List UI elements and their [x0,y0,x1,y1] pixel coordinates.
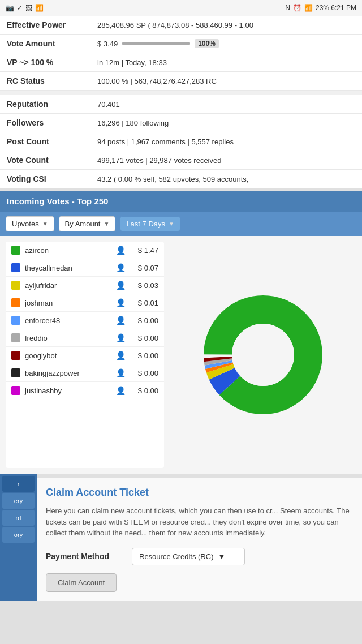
post-count-label: Post Count [7,137,97,146]
vote-bar-fill [122,42,190,45]
voter-amount: $ 0.00 [130,351,158,360]
sortby-dropdown-label: By Amount [65,220,101,228]
vp-value: in 12m | Today, 18:33 [97,58,355,67]
voting-csi-value: 43.2 ( 0.00 % self, 582 upvotes, 509 acc… [97,175,355,183]
stats-row-reputation: Reputation 70.401 [0,95,362,114]
network-icon: N [285,4,290,12]
voter-name: googlybot [25,351,111,360]
vote-list-item[interactable]: googlybot 👤 $ 0.00 [6,347,164,364]
donut-chart [201,293,325,417]
vote-count-label: Vote Count [7,156,97,165]
voter-profile-icon: 👤 [116,246,126,255]
post-count-value: 94 posts | 1,967 comments | 5,557 replie… [97,138,355,146]
voter-name: bakingjazzpower [25,369,111,377]
period-dropdown-label: Last 7 Days [126,220,165,228]
vote-color-swatch [11,333,20,342]
reputation-value: 70.401 [97,100,355,109]
voter-amount: $ 0.00 [130,369,158,377]
filter-dropdown-label: Upvotes [12,220,39,228]
vote-amount-number: $ 3.49 [97,40,118,48]
vote-list-item[interactable]: theycallmedan 👤 $ 0.07 [6,259,164,277]
sidebar-btn-ory[interactable]: ory [2,527,35,543]
voter-amount: $ 0.01 [130,299,158,307]
voter-name: joshman [25,299,111,307]
vote-list-item[interactable]: joshman 👤 $ 0.01 [6,294,164,312]
stats-row-effective-power: Effective Power 285,408.96 SP ( 874,873.… [0,16,362,35]
vote-color-swatch [11,351,20,360]
voter-name: ayijufridar [25,281,111,290]
voter-name: azircon [25,246,111,255]
incoming-votes-title: Incoming Votes - Top 250 [7,196,108,206]
rc-value: 100.00 % | 563,748,276,427,283 RC [97,77,355,85]
sidebar-btn-rd[interactable]: rd [2,510,35,526]
sortby-dropdown[interactable]: By Amount ▼ [59,216,116,231]
voter-profile-icon: 👤 [116,386,126,395]
claim-account-button[interactable]: Claim Account [46,573,117,592]
stats-row-followers: Followers 16,296 | 180 following [0,114,362,132]
voter-profile-icon: 👤 [116,333,126,342]
vote-count-value: 499,171 votes | 29,987 votes received [97,156,355,165]
payment-method-value: Resource Credits (RC) [139,552,213,561]
stats-row-post-count: Post Count 94 posts | 1,967 comments | 5… [0,132,362,151]
status-right: N ⏰ 📶 23% 6:21 PM [285,4,356,12]
voter-name: theycallmedan [25,264,111,272]
main-content: Claim Account Ticket Here you can claim … [37,474,362,601]
voter-amount: $ 0.07 [130,264,158,272]
stats-row-vote-count: Vote Count 499,171 votes | 29,987 votes … [0,151,362,170]
claim-section: Claim Account Ticket Here you can claim … [37,476,362,601]
vote-list-item[interactable]: freddio 👤 $ 0.00 [6,329,164,347]
voter-amount: $ 0.00 [130,316,158,325]
stats-row-rc: RC Status 100.00 % | 563,748,276,427,283… [0,72,362,91]
voter-amount: $ 0.03 [130,281,158,290]
voter-profile-icon: 👤 [116,298,126,307]
vote-list-item[interactable]: azircon 👤 $ 1.47 [6,242,164,259]
vote-list-item[interactable]: justinashby 👤 $ 0.00 [6,382,164,399]
vote-list-item[interactable]: bakingjazzpower 👤 $ 0.00 [6,364,164,382]
voter-name: justinashby [25,387,111,395]
stats-row-vp: VP ~> 100 % in 12m | Today, 18:33 [0,53,362,72]
vote-list-item[interactable]: ayijufridar 👤 $ 0.03 [6,277,164,294]
claim-title: Claim Account Ticket [46,487,353,499]
claim-description: Here you can claim new account tickets, … [46,505,353,539]
voter-profile-icon: 👤 [116,368,126,377]
sidebar-partial: r ery rd ory [0,474,37,601]
voter-profile-icon: 👤 [116,263,126,272]
voter-profile-icon: 👤 [116,351,126,360]
donut-chart-container [170,242,356,468]
stats-row-voting-csi: Voting CSI 43.2 ( 0.00 % self, 582 upvot… [0,170,362,188]
vote-color-swatch [11,298,20,307]
camera-icon: 📷 [6,4,14,12]
stats-section: Effective Power 285,408.96 SP ( 874,873.… [0,16,362,188]
vote-color-swatch [11,246,20,255]
battery-text: 23% 6:21 PM [316,4,356,12]
incoming-votes-controls: Upvotes ▼ By Amount ▼ Last 7 Days ▼ [0,212,362,236]
vote-color-swatch [11,263,20,272]
sidebar-btn-r[interactable]: r [2,476,35,492]
vp-label: VP ~> 100 % [7,58,97,67]
vote-amount-value: $ 3.49 100% [97,39,355,48]
voter-name: freddio [25,334,111,342]
vote-amount-label: Vote Amount [7,39,97,48]
incoming-votes-section: Incoming Votes - Top 250 Upvotes ▼ By Am… [0,191,362,474]
period-dropdown[interactable]: Last 7 Days ▼ [120,216,180,231]
voting-csi-label: Voting CSI [7,174,97,183]
vote-list-item[interactable]: enforcer48 👤 $ 0.00 [6,312,164,329]
reputation-label: Reputation [7,100,97,109]
vote-color-swatch [11,316,20,325]
payment-method-dropdown[interactable]: Resource Credits (RC) ▼ [132,548,245,565]
effective-power-label: Effective Power [7,20,97,29]
lower-layout: r ery rd ory Claim Account Ticket Here y… [0,474,362,601]
incoming-votes-header: Incoming Votes - Top 250 [0,191,362,212]
payment-method-label: Payment Method [46,552,125,561]
vote-color-swatch [11,281,20,290]
stats-divider-1 [0,91,362,95]
voter-amount: $ 0.00 [130,387,158,395]
voter-name: enforcer48 [25,316,111,325]
filter-dropdown[interactable]: Upvotes ▼ [6,216,54,231]
followers-label: Followers [7,118,97,127]
alarm-icon: ⏰ [293,4,301,12]
status-left-icons: 📷 ✓ 🖼 📶 [6,4,44,12]
check-icon: ✓ [17,4,23,12]
sidebar-btn-ery[interactable]: ery [2,493,35,509]
rc-label: RC Status [7,76,97,85]
